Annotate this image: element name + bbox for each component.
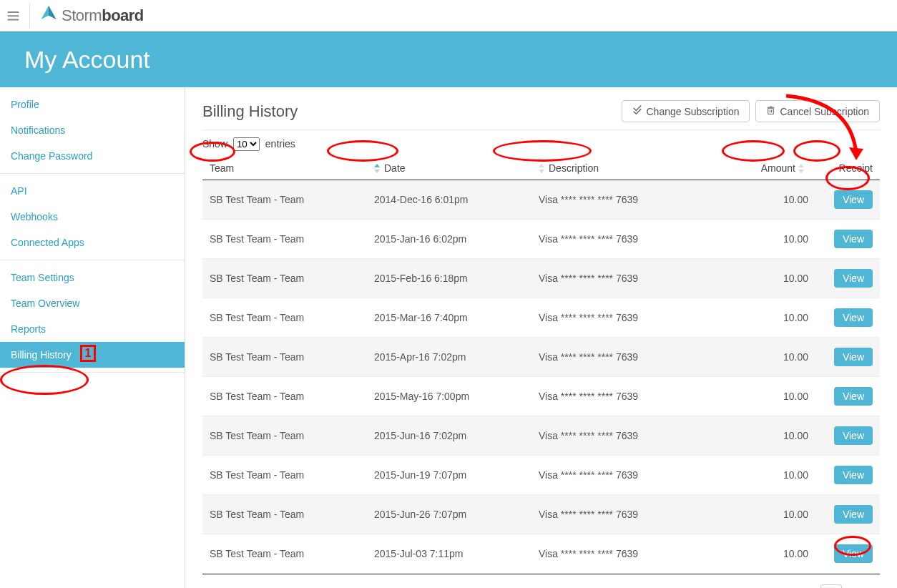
billing-table: Team Date Description Amount Receipt SB … [202,157,880,574]
cell-receipt: View [815,456,880,495]
cell-receipt: View [815,220,880,259]
cell-team: SB Test Team - Team [202,456,367,495]
view-button[interactable]: View [834,426,873,445]
view-button[interactable]: View [834,190,873,209]
cell-date: 2015-Jun-16 7:02pm [367,416,531,456]
cell-description: Visa **** **** **** 7639 [531,259,737,298]
cell-date: 2015-Jun-19 7:07pm [367,456,531,495]
change-subscription-button[interactable]: Change Subscription [622,100,750,122]
check-icon [632,105,642,117]
cell-team: SB Test Team - Team [202,416,367,456]
table-row: SB Test Team - Team2015-Jun-26 7:07pmVis… [202,495,880,534]
table-row: SB Test Team - Team2014-Dec-16 6:01pmVis… [202,180,880,220]
logo[interactable]: Stormboard [39,4,144,26]
sidebar-item-reports[interactable]: Reports [0,316,185,342]
view-button[interactable]: View [834,269,873,288]
cell-description: Visa **** **** **** 7639 [531,298,737,338]
cell-receipt: View [815,495,880,534]
col-receipt[interactable]: Receipt [815,157,880,180]
cell-date: 2015-Jan-16 6:02pm [367,220,531,259]
cell-team: SB Test Team - Team [202,495,367,534]
trash-icon [766,105,775,117]
cell-receipt: View [815,338,880,377]
content-title: Billing History [202,102,298,121]
cell-amount: 10.00 [737,456,815,495]
cell-date: 2015-Jul-03 7:11pm [367,534,531,574]
view-button[interactable]: View [834,505,873,524]
table-row: SB Test Team - Team2015-Jul-03 7:11pmVis… [202,534,880,574]
cell-receipt: View [815,180,880,220]
page-banner: My Account [0,31,897,87]
cell-amount: 10.00 [737,416,815,456]
cell-receipt: View [815,298,880,338]
cell-amount: 10.00 [737,298,815,338]
view-button[interactable]: View [834,387,873,406]
cell-date: 2015-Feb-16 6:18pm [367,259,531,298]
cell-receipt: View [815,534,880,574]
cell-description: Visa **** **** **** 7639 [531,180,737,220]
col-date[interactable]: Date [367,157,531,180]
cell-date: 2015-Jun-26 7:07pm [367,495,531,534]
cell-date: 2015-Mar-16 7:40pm [367,298,531,338]
cell-team: SB Test Team - Team [202,377,367,416]
cell-description: Visa **** **** **** 7639 [531,534,737,574]
cell-receipt: View [815,259,880,298]
topbar: Stormboard [0,0,897,31]
col-amount[interactable]: Amount [737,157,815,180]
cell-amount: 10.00 [737,259,815,298]
table-row: SB Test Team - Team2015-Apr-16 7:02pmVis… [202,338,880,377]
view-button[interactable]: View [834,544,873,563]
view-button[interactable]: View [834,230,873,248]
logo-text: Stormboard [62,6,144,25]
sidebar-item-change-password[interactable]: Change Password [0,143,185,169]
svg-rect-0 [8,11,19,12]
cancel-subscription-button[interactable]: Cancel Subscription [755,100,880,122]
sidebar-item-webhooks[interactable]: Webhooks [0,204,185,230]
cell-description: Visa **** **** **** 7639 [531,338,737,377]
next-link[interactable]: Next [848,585,880,588]
cell-amount: 10.00 [737,338,815,377]
entries-select[interactable]: 10 [233,137,260,151]
svg-rect-5 [768,108,774,114]
table-row: SB Test Team - Team2015-Mar-16 7:40pmVis… [202,298,880,338]
table-row: SB Test Team - Team2015-Jan-16 6:02pmVis… [202,220,880,259]
svg-rect-2 [8,19,19,20]
cell-team: SB Test Team - Team [202,298,367,338]
cell-description: Visa **** **** **** 7639 [531,220,737,259]
svg-rect-1 [8,15,19,16]
cell-team: SB Test Team - Team [202,259,367,298]
sidebar-item-connected-apps[interactable]: Connected Apps [0,230,185,255]
cell-description: Visa **** **** **** 7639 [531,377,737,416]
sidebar-item-notifications[interactable]: Notifications [0,117,185,143]
view-button[interactable]: View [834,466,873,484]
cell-team: SB Test Team - Team [202,220,367,259]
cell-team: SB Test Team - Team [202,534,367,574]
sidebar-item-api[interactable]: API [0,178,185,204]
sidebar-item-team-overview[interactable]: Team Overview [0,290,185,316]
cell-date: 2014-Dec-16 6:01pm [367,180,531,220]
cell-team: SB Test Team - Team [202,180,367,220]
cell-date: 2015-Apr-16 7:02pm [367,338,531,377]
view-button[interactable]: View [834,308,873,327]
table-row: SB Test Team - Team2015-Feb-16 6:18pmVis… [202,259,880,298]
cell-receipt: View [815,416,880,456]
main-content: Billing History Change Subscription Canc… [185,87,897,588]
cell-receipt: View [815,377,880,416]
col-description[interactable]: Description [531,157,737,180]
sidebar: ProfileNotificationsChange PasswordAPIWe… [0,87,185,588]
cell-amount: 10.00 [737,180,815,220]
svg-marker-4 [49,6,57,19]
page-title: My Account [24,46,150,74]
col-team[interactable]: Team [202,157,367,180]
entries-control: Show 10 entries [202,137,880,151]
sidebar-item-team-settings[interactable]: Team Settings [0,265,185,290]
view-button[interactable]: View [834,348,873,366]
previous-link[interactable]: Previous [765,585,815,588]
cell-date: 2015-May-16 7:00pm [367,377,531,416]
page-1[interactable]: 1 [820,584,842,588]
cell-amount: 10.00 [737,534,815,574]
hamburger-menu[interactable] [6,4,30,28]
sidebar-item-billing-history[interactable]: Billing History [0,342,185,368]
table-row: SB Test Team - Team2015-Jun-19 7:07pmVis… [202,456,880,495]
sidebar-item-profile[interactable]: Profile [0,92,185,117]
